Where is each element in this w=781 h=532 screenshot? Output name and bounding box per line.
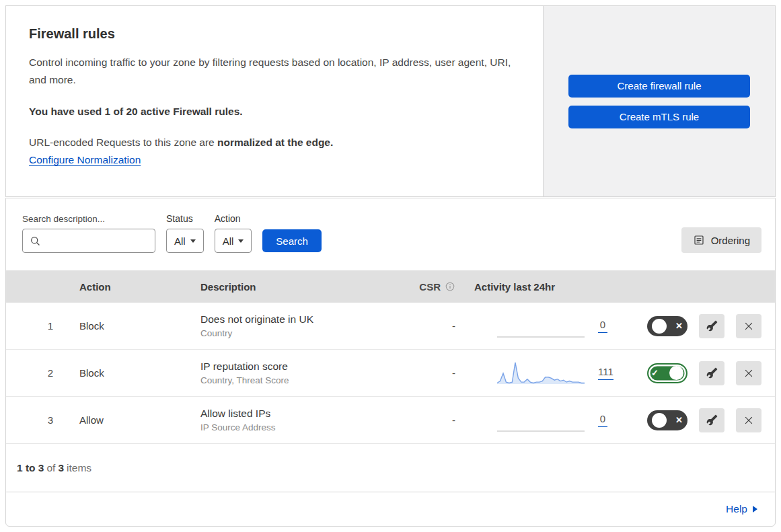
top-section: Firewall rules Control incoming traffic … (5, 5, 776, 197)
rule-controls: ✓ (647, 361, 761, 385)
firewall-rules-page: Firewall rules Control incoming traffic … (0, 0, 781, 532)
page-description: Control incoming traffic to your zone by… (29, 54, 517, 88)
normalization-text: URL-encoded Requests to this zone are (29, 137, 215, 148)
activity-count-link[interactable]: 0 (598, 319, 607, 333)
toggle-state-icon: ✕ (675, 321, 683, 330)
status-select[interactable]: All (166, 229, 204, 253)
search-group: Search description... (22, 214, 155, 253)
wrench-icon (706, 367, 718, 379)
wrench-icon (706, 320, 718, 332)
table-header: Action Description CSR Activity last 24h… (6, 270, 775, 303)
rule-priority: 3 (6, 414, 71, 426)
ordering-button[interactable]: Ordering (681, 227, 761, 253)
rule-csr-value: - (404, 414, 465, 426)
pagination-total: 3 (58, 462, 64, 474)
delete-rule-button[interactable] (736, 314, 761, 338)
delete-rule-button[interactable] (736, 408, 761, 432)
rule-description: Allow listed IPs (200, 408, 404, 420)
rule-controls: ✕ (647, 314, 761, 338)
toggle-state-icon: ✕ (675, 416, 683, 424)
rule-activity-cell: 0 ✕ (465, 313, 775, 340)
edit-rule-button[interactable] (699, 408, 724, 432)
activity-count-link[interactable]: 0 (598, 413, 607, 427)
rule-description: IP reputation score (200, 360, 404, 373)
edit-rule-button[interactable] (699, 361, 724, 385)
pagination-of: of (46, 462, 55, 474)
edit-rule-button[interactable] (699, 314, 724, 338)
status-filter-group: Status All (166, 213, 204, 253)
rule-activity-cell: 111 ✓ (465, 360, 775, 387)
cta-panel: Create firewall rule Create mTLS rule (544, 5, 776, 197)
rule-action: Block (71, 320, 192, 332)
create-mtls-rule-button[interactable]: Create mTLS rule (568, 106, 750, 128)
rule-enabled-toggle[interactable]: ✕ (647, 410, 687, 430)
toggle-state-icon: ✓ (651, 369, 659, 377)
rule-priority: 2 (6, 367, 71, 379)
activity-column-header: Activity last 24hr (465, 281, 775, 293)
normalization-bold-text: normalized at the edge. (217, 137, 333, 148)
configure-normalization-link[interactable]: Configure Normalization (29, 154, 141, 165)
filter-bar: Search description... Status All (6, 198, 775, 270)
activity-count-link[interactable]: 111 (598, 366, 613, 380)
rule-criteria: Country (200, 328, 404, 338)
pagination-range: 1 to 3 (17, 462, 44, 474)
ordering-list-icon (693, 234, 705, 246)
rule-action: Block (71, 367, 192, 379)
action-column-header: Action (71, 281, 192, 293)
help-link[interactable]: Help (726, 503, 747, 515)
chevron-down-icon (238, 239, 244, 243)
action-select-value: All (223, 235, 234, 247)
table-row: 3 Allow Allow listed IPs IP Source Addre… (6, 397, 775, 444)
action-select[interactable]: All (215, 229, 252, 253)
chevron-down-icon (190, 239, 196, 243)
page-title: Firewall rules (29, 26, 520, 42)
info-icon[interactable] (445, 281, 455, 292)
rules-list-card: Search description... Status All (5, 198, 776, 527)
rule-enabled-toggle[interactable]: ✓ (647, 363, 687, 383)
arrow-right-icon (753, 506, 757, 512)
status-label: Status (166, 213, 204, 224)
search-input-box[interactable] (22, 229, 155, 253)
rule-controls: ✕ (647, 408, 761, 432)
activity-sparkline (497, 360, 585, 387)
wrench-icon (706, 414, 718, 426)
rule-activity-cell: 0 ✕ (465, 407, 775, 434)
rule-description-cell: Allow listed IPs IP Source Address (192, 408, 404, 432)
status-select-value: All (174, 235, 186, 247)
toggle-knob (669, 366, 683, 380)
rule-action: Allow (71, 414, 192, 426)
rule-enabled-toggle[interactable]: ✕ (647, 316, 687, 336)
description-column-header: Description (192, 281, 404, 293)
help-row: Help (6, 492, 775, 526)
rule-priority: 1 (6, 320, 71, 332)
search-label: Search description... (22, 214, 155, 224)
rule-description: Does not originate in UK (200, 313, 404, 326)
table-row: 2 Block IP reputation score Country, Thr… (6, 350, 775, 397)
rule-criteria: Country, Threat Score (200, 375, 404, 385)
toggle-knob (652, 413, 667, 428)
pagination-summary: 1 to 3 of 3 items (6, 444, 775, 492)
create-firewall-rule-button[interactable]: Create firewall rule (568, 75, 750, 98)
csr-column-header: CSR (404, 281, 465, 293)
search-input[interactable] (41, 235, 148, 246)
delete-rule-button[interactable] (736, 361, 761, 385)
search-button[interactable]: Search (262, 229, 322, 252)
close-icon (743, 367, 755, 379)
rule-csr-value: - (404, 320, 465, 332)
ordering-button-label: Ordering (711, 235, 750, 246)
close-icon (743, 320, 755, 332)
normalization-note: URL-encoded Requests to this zone are no… (29, 137, 520, 149)
action-label: Action (215, 213, 252, 224)
search-icon (30, 235, 41, 247)
rule-description-cell: IP reputation score Country, Threat Scor… (192, 360, 404, 385)
table-row: 1 Block Does not originate in UK Country… (6, 303, 775, 350)
usage-summary: You have used 1 of 20 active Firewall ru… (29, 106, 520, 118)
activity-sparkline (497, 313, 585, 340)
toggle-knob (652, 319, 667, 334)
rule-csr-value: - (404, 367, 465, 379)
action-filter-group: Action All (215, 213, 252, 253)
activity-sparkline (497, 407, 585, 434)
intro-card: Firewall rules Control incoming traffic … (5, 5, 544, 197)
rule-description-cell: Does not originate in UK Country (192, 313, 404, 338)
pagination-items: items (67, 462, 91, 474)
